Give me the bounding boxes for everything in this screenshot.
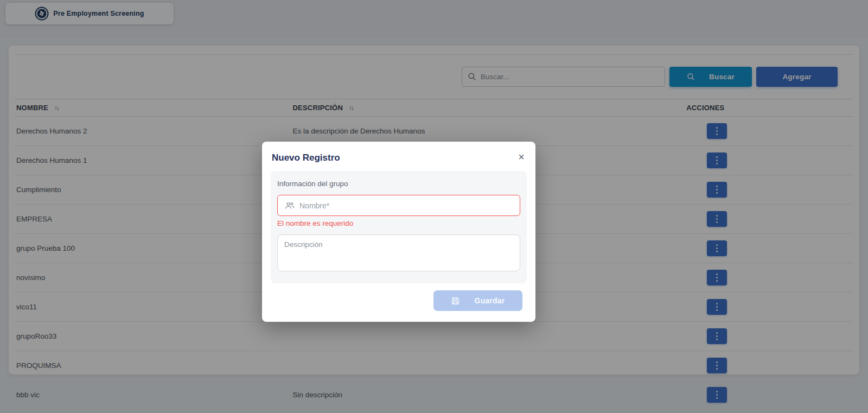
modal-title: Nuevo Registro <box>272 153 340 163</box>
close-icon[interactable]: × <box>518 153 525 161</box>
name-input-wrapper <box>277 195 520 216</box>
modal-footer: Guardar <box>262 283 535 322</box>
save-icon <box>451 297 459 305</box>
group-info-section: Información del grupo El nombre es reque… <box>271 171 527 283</box>
save-button-label: Guardar <box>475 296 505 305</box>
name-input[interactable] <box>299 195 520 215</box>
modal-header: Nuevo Registro × <box>262 142 535 171</box>
section-title: Información del grupo <box>277 180 520 188</box>
group-people-icon <box>285 202 295 209</box>
save-button[interactable]: Guardar <box>433 290 522 311</box>
description-textarea[interactable] <box>277 234 520 271</box>
app-root: Pre Employment Screening <box>0 0 868 413</box>
new-record-modal: Nuevo Registro × Información del grupo E… <box>262 142 535 322</box>
name-error-message: El nombre es requerido <box>277 219 520 227</box>
